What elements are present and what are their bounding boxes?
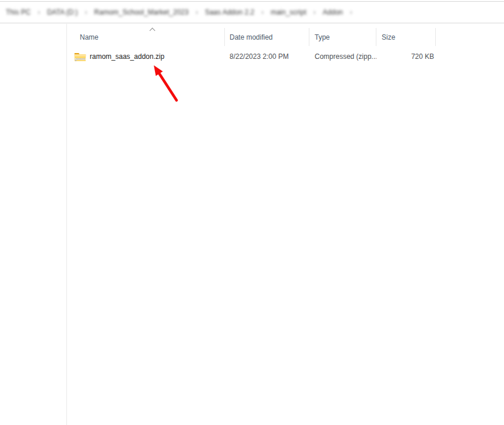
- zip-folder-icon: [74, 51, 86, 62]
- file-explorer-window: This PC › DATA (D:) › Ramom_School_Marke…: [0, 0, 504, 425]
- file-type: Compressed (zipp...: [309, 50, 376, 63]
- column-header-type[interactable]: Type: [309, 28, 376, 46]
- file-row-ramom-saas-addon-zip[interactable]: ramom_saas_addon.zip 8/22/2023 2:00 PM C…: [67, 50, 436, 63]
- chevron-right-icon[interactable]: ›: [261, 9, 263, 16]
- file-date-modified: 8/22/2023 2:00 PM: [225, 50, 309, 63]
- column-header-row: Name Date modified Type Size: [67, 28, 436, 46]
- file-list: Name Date modified Type Size: [67, 24, 504, 425]
- file-name: ramom_saas_addon.zip: [90, 52, 164, 61]
- chevron-right-icon[interactable]: ›: [196, 9, 198, 16]
- file-name-cell[interactable]: ramom_saas_addon.zip: [67, 50, 225, 63]
- column-header-date-modified[interactable]: Date modified: [225, 28, 309, 46]
- column-header-date-label: Date modified: [230, 33, 273, 41]
- breadcrumb-item-drive[interactable]: DATA (D:): [47, 8, 78, 16]
- sort-ascending-icon: [150, 28, 156, 34]
- chevron-right-icon[interactable]: ›: [85, 9, 87, 16]
- breadcrumb-item-main-script[interactable]: main_script: [270, 8, 306, 16]
- chevron-right-icon[interactable]: ›: [350, 9, 352, 16]
- address-bar[interactable]: This PC › DATA (D:) › Ramom_School_Marke…: [0, 1, 504, 23]
- column-header-size[interactable]: Size: [376, 28, 436, 46]
- breadcrumb: This PC › DATA (D:) › Ramom_School_Marke…: [6, 8, 352, 16]
- breadcrumb-item-addon[interactable]: Addon: [323, 8, 343, 16]
- file-size: 720 KB: [376, 50, 436, 63]
- breadcrumb-item-this-pc[interactable]: This PC: [6, 8, 31, 16]
- chevron-right-icon[interactable]: ›: [313, 9, 316, 16]
- chevron-right-icon[interactable]: ›: [38, 9, 40, 16]
- breadcrumb-item-market-folder[interactable]: Ramom_School_Market_2023: [94, 8, 189, 16]
- column-header-type-label: Type: [315, 33, 330, 41]
- column-header-name[interactable]: Name: [67, 28, 225, 46]
- breadcrumb-item-saas-addon[interactable]: Saas Addon 2.2: [205, 8, 255, 16]
- column-header-name-label: Name: [80, 33, 98, 41]
- column-header-size-label: Size: [382, 33, 395, 41]
